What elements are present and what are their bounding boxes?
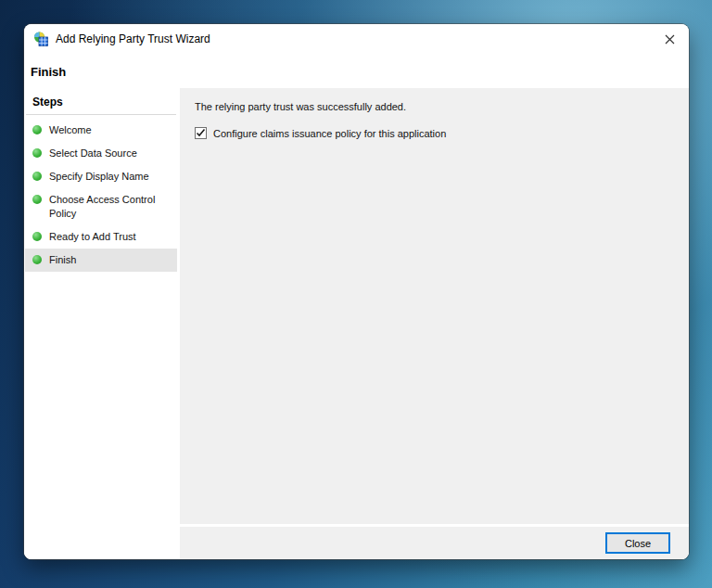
step-completed-icon: [32, 148, 42, 158]
step-item-welcome[interactable]: Welcome: [25, 119, 177, 142]
main-panel: The relying party trust was successfully…: [180, 88, 689, 524]
window-close-button[interactable]: [650, 25, 689, 53]
right-column: The relying party trust was successfully…: [180, 88, 689, 559]
titlebar: Add Relying Party Trust Wizard: [24, 24, 689, 54]
step-completed-icon: [32, 125, 42, 134]
steps-header: Steps: [26, 96, 176, 115]
page-title: Finish: [24, 54, 689, 88]
window-title: Add Relying Party Trust Wizard: [56, 32, 210, 45]
step-completed-icon: [32, 232, 42, 241]
step-completed-icon: [32, 195, 42, 204]
steps-sidebar: Steps Welcome Select Data Source Specify…: [24, 88, 178, 559]
step-label: Finish: [49, 253, 76, 267]
step-completed-icon: [32, 255, 42, 264]
step-label: Welcome: [49, 123, 92, 137]
checkbox-label: Configure claims issuance policy for thi…: [213, 128, 446, 139]
content-row: Steps Welcome Select Data Source Specify…: [24, 88, 689, 559]
step-completed-icon: [32, 172, 42, 181]
step-item-select-data-source[interactable]: Select Data Source: [25, 142, 177, 165]
step-item-choose-access-control-policy[interactable]: Choose Access Control Policy: [25, 188, 177, 225]
wizard-dialog: Add Relying Party Trust Wizard Finish St…: [24, 24, 689, 559]
close-button[interactable]: Close: [605, 532, 670, 554]
step-item-finish[interactable]: Finish: [25, 249, 177, 272]
steps-list: Welcome Select Data Source Specify Displ…: [24, 119, 178, 272]
step-label: Ready to Add Trust: [49, 230, 136, 244]
configure-claims-checkbox-row[interactable]: Configure claims issuance policy for thi…: [195, 127, 674, 139]
checkbox-icon[interactable]: [195, 127, 207, 139]
footer-bar: Close: [180, 527, 689, 559]
adfs-wizard-icon: [33, 32, 48, 46]
step-label: Choose Access Control Policy: [49, 193, 173, 221]
step-item-specify-display-name[interactable]: Specify Display Name: [25, 165, 177, 188]
step-label: Specify Display Name: [49, 170, 149, 184]
step-item-ready-to-add-trust[interactable]: Ready to Add Trust: [25, 225, 177, 249]
status-text: The relying party trust was successfully…: [195, 101, 674, 112]
step-label: Select Data Source: [49, 147, 137, 160]
